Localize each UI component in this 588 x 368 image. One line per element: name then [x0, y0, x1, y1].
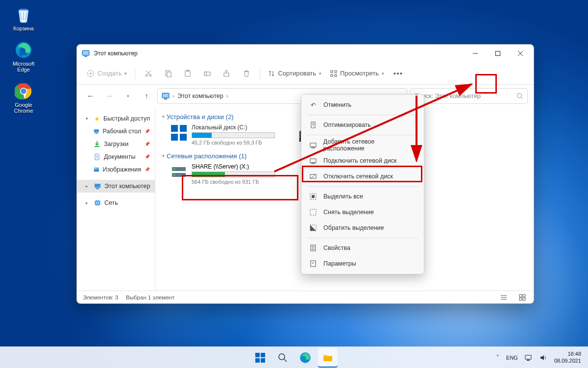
back-button[interactable]: ←: [83, 88, 98, 104]
svg-rect-28: [331, 74, 333, 76]
svg-rect-6: [83, 51, 89, 55]
svg-rect-46: [171, 134, 178, 141]
svg-point-33: [517, 94, 522, 98]
forward-button[interactable]: →: [101, 88, 117, 104]
tray-language[interactable]: ENG: [506, 355, 518, 361]
network-drive-icon: [170, 163, 188, 181]
sort-button[interactable]: Сортировать ▾: [264, 65, 325, 82]
maximize-button[interactable]: [487, 46, 509, 61]
svg-rect-74: [312, 195, 315, 198]
svg-point-4: [21, 89, 26, 94]
close-button[interactable]: [509, 46, 532, 61]
svg-rect-93: [527, 360, 530, 361]
sidebar-quick-access[interactable]: ▾★Быстрый доступ: [77, 112, 155, 125]
status-selected: Выбран 1 элемент: [126, 294, 174, 300]
recent-button[interactable]: ▾: [120, 88, 136, 104]
menu-select-none[interactable]: Снять выделение: [304, 204, 421, 220]
up-button[interactable]: ↑: [139, 88, 154, 104]
svg-rect-69: [310, 159, 316, 163]
create-button[interactable]: Создать ▾: [83, 65, 131, 82]
cut-button[interactable]: [139, 65, 158, 82]
menu-options[interactable]: Параметры: [304, 256, 421, 271]
cut-icon: [145, 70, 152, 77]
sidebar-pictures[interactable]: Изображения📌: [77, 163, 155, 176]
select-all-icon: [309, 193, 318, 200]
recycle-bin[interactable]: Корзина: [6, 5, 41, 31]
svg-rect-23: [204, 72, 210, 75]
add-location-icon: [309, 142, 318, 148]
this-pc-icon: [94, 183, 101, 190]
svg-rect-81: [311, 261, 316, 267]
more-menu: ↶Отменить Оптимизировать Добавить сетево…: [301, 94, 424, 274]
pin-icon: 📌: [145, 167, 150, 172]
view-details-button[interactable]: [498, 293, 509, 302]
status-count: Элементов: 3: [83, 294, 118, 300]
menu-select-all[interactable]: Выделить все: [304, 189, 421, 204]
pin-icon: 📌: [145, 142, 150, 147]
taskbar-edge[interactable]: [295, 348, 315, 368]
recycle-label: Корзина: [13, 25, 34, 31]
sidebar-documents[interactable]: Документы📌: [77, 150, 155, 163]
menu-add-network-location[interactable]: Добавить сетевое расположение: [304, 137, 421, 153]
svg-rect-91: [323, 356, 332, 361]
svg-line-18: [146, 71, 150, 75]
svg-point-55: [174, 169, 175, 170]
share-icon: [223, 70, 231, 77]
tray-network-icon[interactable]: [525, 354, 533, 361]
menu-undo[interactable]: ↶Отменить: [304, 97, 421, 113]
svg-line-34: [521, 98, 523, 99]
svg-point-40: [95, 168, 96, 169]
menu-properties[interactable]: Свойства: [304, 240, 421, 256]
svg-rect-0: [20, 9, 27, 10]
pin-icon: 📌: [145, 154, 150, 159]
svg-rect-27: [335, 71, 337, 73]
chrome-shortcut[interactable]: Google Chrome: [6, 81, 41, 114]
menu-optimize[interactable]: Оптимизировать: [304, 117, 421, 133]
taskbar-search[interactable]: [273, 348, 293, 368]
more-button[interactable]: •••: [389, 65, 408, 82]
statusbar: Элементов: 3 Выбран 1 элемент: [77, 291, 534, 303]
svg-rect-31: [163, 94, 169, 98]
view-button[interactable]: Просмотреть ▾: [326, 65, 388, 82]
svg-rect-35: [94, 129, 99, 133]
delete-button[interactable]: [237, 65, 256, 82]
rename-button[interactable]: [198, 65, 217, 82]
tray-volume-icon[interactable]: [539, 354, 547, 361]
sidebar-this-pc[interactable]: ▸Этот компьютер: [77, 180, 155, 193]
menu-invert[interactable]: Обратить выделение: [304, 220, 421, 236]
sidebar-network[interactable]: ▸Сеть: [77, 196, 155, 209]
tray-chevron[interactable]: ˄: [496, 354, 499, 361]
edge-label: Microsoft Edge: [6, 61, 41, 73]
drive-network-x[interactable]: SHARE (\\Server) (X:) 564 ГБ свободно из…: [170, 163, 283, 185]
svg-line-17: [147, 71, 151, 75]
system-tray: ˄ ENG 18:48 08.09.2021: [490, 351, 588, 364]
tray-clock[interactable]: 18:48 08.09.2021: [554, 351, 581, 364]
search-input[interactable]: Поиск: Этот компьютер: [410, 88, 528, 104]
drive-c[interactable]: Локальный диск (C:) 45,2 ГБ свободно из …: [170, 124, 283, 146]
documents-icon: [94, 153, 100, 160]
optimize-icon: [309, 122, 318, 128]
view-icons-button[interactable]: [517, 293, 528, 302]
edge-shortcut[interactable]: Microsoft Edge: [6, 40, 41, 73]
sort-icon: [268, 70, 275, 77]
taskbar-explorer[interactable]: [318, 348, 338, 368]
menu-disconnect-drive[interactable]: Отключить сетевой диск: [304, 169, 421, 184]
view-icon: [330, 70, 337, 77]
svg-rect-60: [519, 294, 522, 297]
paste-button[interactable]: [178, 65, 197, 82]
svg-point-88: [279, 354, 285, 360]
copy-button[interactable]: [159, 65, 177, 82]
start-button[interactable]: [250, 348, 270, 368]
share-button[interactable]: [218, 65, 236, 82]
svg-rect-42: [96, 188, 99, 189]
sidebar-downloads[interactable]: Загрузки📌: [77, 138, 155, 150]
pin-icon: 📌: [145, 129, 150, 134]
svg-rect-85: [261, 353, 265, 357]
minimize-button[interactable]: [464, 46, 487, 61]
svg-rect-26: [331, 71, 333, 73]
sidebar-desktop[interactable]: Рабочий стол📌: [77, 125, 155, 138]
menu-map-drive[interactable]: Подключить сетевой диск: [304, 153, 421, 169]
chevron-down-icon: ▾: [382, 71, 384, 76]
rename-icon: [203, 70, 211, 77]
svg-rect-84: [255, 353, 260, 357]
